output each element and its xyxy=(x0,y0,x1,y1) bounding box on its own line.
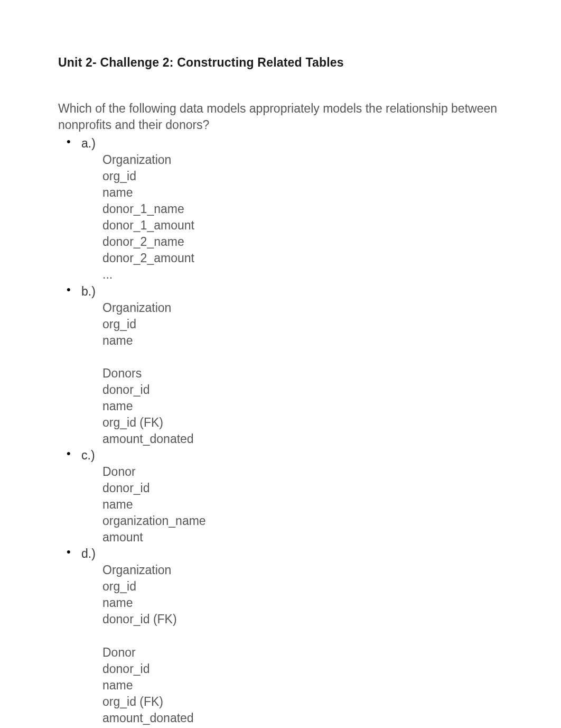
option-a: a.) Organization org_id name donor_1_nam… xyxy=(81,135,508,283)
page-title: Unit 2- Challenge 2: Constructing Relate… xyxy=(58,56,508,70)
option-d: d.) Organization org_id name donor_id (F… xyxy=(81,546,508,726)
option-a-label: a.) xyxy=(81,136,96,150)
option-b-label: b.) xyxy=(81,284,96,298)
option-b: b.) Organization org_id name Donors dono… xyxy=(81,283,508,447)
option-c-body: Donor donor_id name organization_name am… xyxy=(81,464,508,546)
options-list: a.) Organization org_id name donor_1_nam… xyxy=(58,135,508,728)
option-a-body: Organization org_id name donor_1_name do… xyxy=(81,152,508,283)
option-b-body: Organization org_id name Donors donor_id… xyxy=(81,300,508,447)
option-c: c.) Donor donor_id name organization_nam… xyxy=(81,447,508,546)
question-text: Which of the following data models appro… xyxy=(58,100,508,133)
option-d-label: d.) xyxy=(81,547,96,560)
option-c-label: c.) xyxy=(81,448,95,462)
option-d-body: Organization org_id name donor_id (FK) D… xyxy=(81,562,508,726)
